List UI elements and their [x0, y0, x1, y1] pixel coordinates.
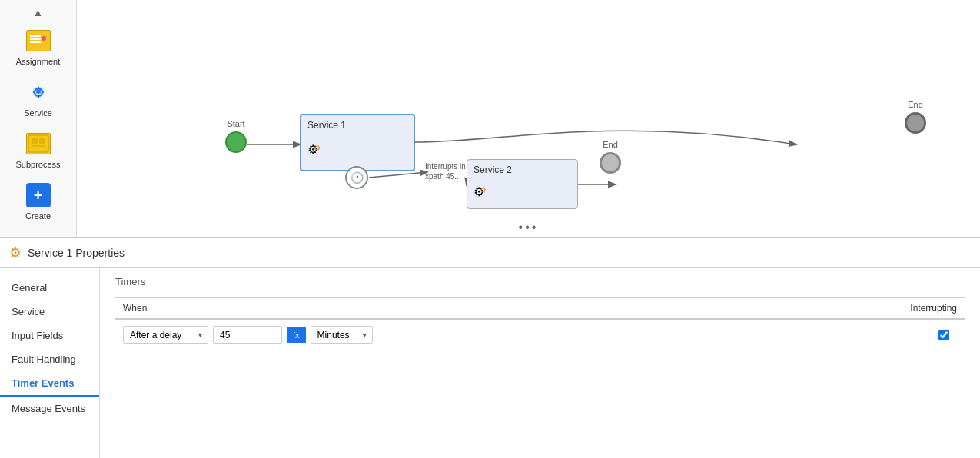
nav-general[interactable]: General: [0, 276, 99, 300]
when-select-wrap: After a delay At a fixed time ▼: [123, 326, 208, 344]
svg-rect-3: [38, 87, 39, 89]
timer-row-interrupting-cell: [803, 319, 965, 350]
end2-label: End: [603, 140, 618, 149]
subprocess-icon-wrap: [25, 130, 52, 158]
assignment-dot: [42, 36, 46, 41]
delay-value-input[interactable]: [213, 326, 282, 344]
unit-select-wrap: Minutes Hours Days Seconds ▼: [311, 326, 373, 344]
assignment-icon-wrap: [25, 27, 52, 55]
fx-button[interactable]: fx: [287, 327, 306, 344]
when-select[interactable]: After a delay At a fixed time: [123, 326, 208, 344]
service-icon-wrap: [25, 78, 52, 106]
end-node-2[interactable]: End: [600, 140, 621, 174]
sidebar-scroll-up[interactable]: ▲: [31, 4, 46, 21]
svg-rect-6: [42, 91, 44, 93]
svg-rect-5: [33, 91, 35, 93]
sidebar-item-service[interactable]: Service: [4, 72, 73, 124]
three-dots-separator: •••: [519, 221, 539, 234]
service-sidebar-label: Service: [24, 108, 52, 118]
timer-node[interactable]: 🕐: [345, 166, 368, 189]
properties-header: ⚙ Service 1 Properties: [0, 238, 980, 268]
create-label: Create: [25, 211, 51, 221]
service-node-1[interactable]: Service 1 ⚙⚙: [300, 114, 415, 171]
svg-rect-4: [38, 95, 39, 98]
timers-table: When Interrupting After a delay At a fix…: [115, 297, 965, 350]
nav-service[interactable]: Service: [0, 300, 99, 324]
sidebar-item-create[interactable]: + Create: [4, 175, 73, 227]
start-node[interactable]: Start: [225, 119, 247, 153]
service2-gear-orange: ⚙: [480, 186, 487, 194]
subprocess-label: Subprocess: [15, 160, 60, 169]
create-icon: +: [26, 183, 51, 207]
end-circle-main: [905, 112, 926, 134]
interrupting-checkbox-wrap: [811, 330, 957, 340]
svg-rect-9: [39, 138, 45, 144]
workflow-canvas[interactable]: Start Service 1 ⚙⚙ 🕐 Interrupts in xpath…: [77, 0, 980, 237]
svg-line-13: [369, 172, 427, 178]
nav-input-fields[interactable]: Input Fields: [0, 324, 99, 347]
col-interrupting: Interrupting: [803, 297, 965, 319]
start-label: Start: [227, 119, 244, 128]
service1-title: Service 1: [307, 120, 407, 131]
timer-row-when-cell: After a delay At a fixed time ▼ fx Mi: [115, 319, 803, 350]
properties-gear-icon: ⚙: [9, 244, 22, 261]
svg-rect-7: [28, 135, 48, 152]
col-when: When: [115, 297, 803, 319]
nav-fault-handling[interactable]: Fault Handling: [0, 347, 99, 371]
timers-section-title: Timers: [115, 276, 965, 287]
svg-rect-10: [32, 145, 45, 147]
timer-row-controls: After a delay At a fixed time ▼ fx Mi: [123, 326, 796, 344]
assignment-icon: [26, 30, 51, 51]
service2-title: Service 2: [473, 164, 571, 175]
end-circle-2: [600, 152, 621, 174]
properties-content: Timers When Interrupting: [100, 268, 980, 458]
end-main-label: End: [908, 100, 923, 109]
svg-point-2: [37, 91, 40, 94]
start-circle: [225, 131, 247, 153]
assignment-label: Assignment: [16, 57, 60, 66]
service-node-2[interactable]: Service 2 ⚙⚙: [467, 159, 578, 209]
nav-message-events[interactable]: Message Events: [0, 397, 99, 420]
sidebar-item-assignment[interactable]: Assignment: [4, 21, 73, 72]
unit-select[interactable]: Minutes Hours Days Seconds: [311, 326, 373, 344]
interrupting-checkbox[interactable]: [938, 330, 949, 340]
end-node-main[interactable]: End: [905, 100, 926, 134]
timer-row: After a delay At a fixed time ▼ fx Mi: [115, 319, 965, 350]
nav-timer-events[interactable]: Timer Events: [0, 371, 99, 397]
workflow-canvas-panel: ▲ Assignment: [0, 0, 980, 238]
sidebar-scroll-down[interactable]: _: [33, 227, 44, 237]
properties-panel: ⚙ Service 1 Properties General Service I…: [0, 238, 980, 458]
subprocess-icon: [26, 133, 51, 154]
sidebar-item-subprocess[interactable]: Subprocess: [4, 124, 73, 175]
component-sidebar: ▲ Assignment: [0, 0, 77, 237]
properties-nav: General Service Input Fields Fault Handl…: [0, 268, 100, 458]
create-icon-wrap: +: [25, 181, 52, 209]
properties-body: General Service Input Fields Fault Handl…: [0, 268, 980, 458]
service-icon: [26, 80, 51, 105]
service1-gear-orange: ⚙: [314, 144, 321, 152]
interrupt-label: Interrupts in xpath 45...: [425, 161, 467, 181]
svg-rect-8: [32, 138, 38, 144]
properties-title: Service 1 Properties: [28, 247, 125, 259]
